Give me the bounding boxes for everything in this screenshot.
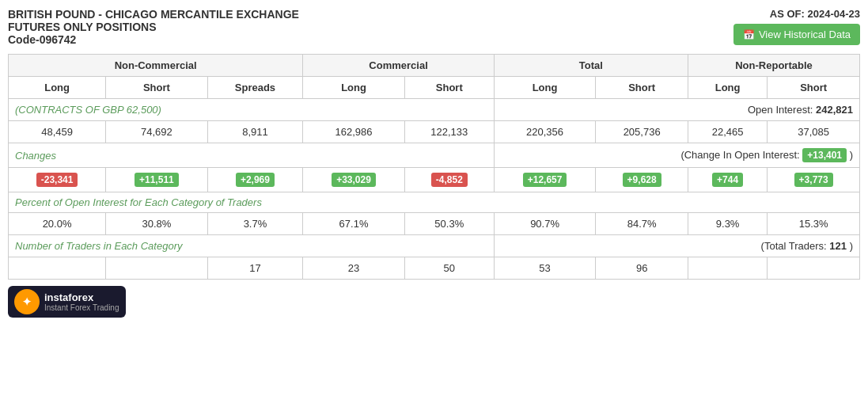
change-val-5: -4,852 [404,168,494,192]
trader-val-4: 23 [303,257,404,280]
pct-val-7: 84.7% [596,213,688,235]
change-val-2: +11,511 [106,168,207,192]
col-short-2: Short [404,77,494,99]
col-short-1: Short [106,77,207,99]
header-right: AS OF: 2024-04-23 📅 View Historical Data [733,8,860,45]
val-short-1: 74,692 [106,121,207,143]
val-long-3: 220,356 [494,121,595,143]
view-historical-button[interactable]: 📅 View Historical Data [733,24,860,45]
title-line2: FUTURES ONLY POSITIONS [8,21,299,33]
group-header-commercial: Commercial [303,55,495,77]
pct-val-1: 20.0% [9,213,106,235]
change-val-4: +33,029 [303,168,404,192]
traders-label-row: Number of Traders in Each Category (Tota… [9,235,860,257]
val-long-2: 162,986 [303,121,404,143]
val-long-1: 48,459 [9,121,106,143]
logo-name: instaforex [44,291,119,303]
trader-val-7: 96 [596,257,688,280]
col-long-1: Long [9,77,106,99]
group-header-non-commercial: Non-Commercial [9,55,303,77]
pct-val-2: 30.8% [106,213,207,235]
title-line1: BRITISH POUND - CHICAGO MERCANTILE EXCHA… [8,8,299,21]
open-interest-value: 242,821 [816,104,853,116]
trader-val-9 [768,257,860,280]
contracts-label: (CONTRACTS OF GBP 62,500) [9,99,495,121]
main-values-row: 48,459 74,692 8,911 162,986 122,133 220,… [9,121,860,143]
change-val-1: -23,341 [9,168,106,192]
percent-values-row: 20.0% 30.8% 3.7% 67.1% 50.3% 90.7% 84.7%… [9,213,860,235]
trader-val-3: 17 [207,257,303,280]
group-header-total: Total [494,55,688,77]
title-line3: Code-096742 [8,33,299,46]
logo-text: instaforex Instant Forex Trading [44,291,119,312]
col-long-3: Long [494,77,595,99]
pct-val-8: 9.3% [688,213,767,235]
col-short-3: Short [596,77,688,99]
logo-icon: ✦ [14,289,40,314]
change-val-7: +9,628 [596,168,688,192]
pct-val-6: 90.7% [494,213,595,235]
logo-tagline: Instant Forex Trading [44,303,119,312]
total-traders-close: ) [850,240,853,252]
trader-val-6: 53 [494,257,595,280]
open-interest-label: Open Interest: [748,104,813,116]
val-short-3: 205,736 [596,121,688,143]
change-oi-value: +13,401 [802,148,847,162]
change-oi-cell: (Change In Open Interest: +13,401 ) [494,143,859,168]
val-spreads: 8,911 [207,121,303,143]
view-historical-label: View Historical Data [759,29,851,40]
traders-label: Number of Traders in Each Category [9,235,495,257]
traders-label-text: Number of Traders in Each Category [15,240,182,252]
group-header-non-reportable: Non-Reportable [688,55,859,77]
changes-label-row: Changes (Change In Open Interest: +13,40… [9,143,860,168]
trader-val-1 [9,257,106,280]
changes-values-row: -23,341 +11,511 +2,969 +33,029 -4,852 +1… [9,168,860,192]
open-interest-cell: Open Interest: 242,821 [494,99,859,121]
change-oi-close: ) [850,149,853,161]
col-spreads: Spreads [207,77,303,99]
changes-label: Changes [9,143,495,168]
page-header: BRITISH POUND - CHICAGO MERCANTILE EXCHA… [8,8,860,46]
change-val-9: +3,773 [768,168,860,192]
pct-val-4: 67.1% [303,213,404,235]
change-val-6: +12,657 [494,168,595,192]
traders-values-row: 17 23 50 53 96 [9,257,860,280]
percent-label-text: Percent of Open Interest for Each Catego… [15,196,262,208]
change-val-8: +744 [688,168,767,192]
data-table: Non-Commercial Commercial Total Non-Repo… [8,54,860,280]
val-short-2: 122,133 [404,121,494,143]
trader-val-8 [688,257,767,280]
percent-label-row: Percent of Open Interest for Each Catego… [9,192,860,213]
footer-logo: ✦ instaforex Instant Forex Trading [8,280,860,324]
total-traders-value: 121 [829,240,847,252]
pct-val-9: 15.3% [768,213,860,235]
as-of-date: AS OF: 2024-04-23 [733,8,860,20]
header-left: BRITISH POUND - CHICAGO MERCANTILE EXCHA… [8,8,299,46]
pct-val-5: 50.3% [404,213,494,235]
col-long-4: Long [688,77,767,99]
change-val-3: +2,969 [207,168,303,192]
total-traders-cell: (Total Traders: 121 ) [494,235,859,257]
contracts-row: (CONTRACTS OF GBP 62,500) Open Interest:… [9,99,860,121]
trader-val-2 [106,257,207,280]
pct-val-3: 3.7% [207,213,303,235]
val-short-4: 37,085 [768,121,860,143]
col-short-4: Short [768,77,860,99]
change-oi-label: (Change In Open Interest: [680,149,799,161]
calendar-icon: 📅 [743,29,755,40]
total-traders-label: (Total Traders: [761,240,827,252]
trader-val-5: 50 [404,257,494,280]
percent-label: Percent of Open Interest for Each Catego… [9,192,860,213]
col-long-2: Long [303,77,404,99]
main-container: BRITISH POUND - CHICAGO MERCANTILE EXCHA… [0,0,868,324]
val-long-4: 22,465 [688,121,767,143]
